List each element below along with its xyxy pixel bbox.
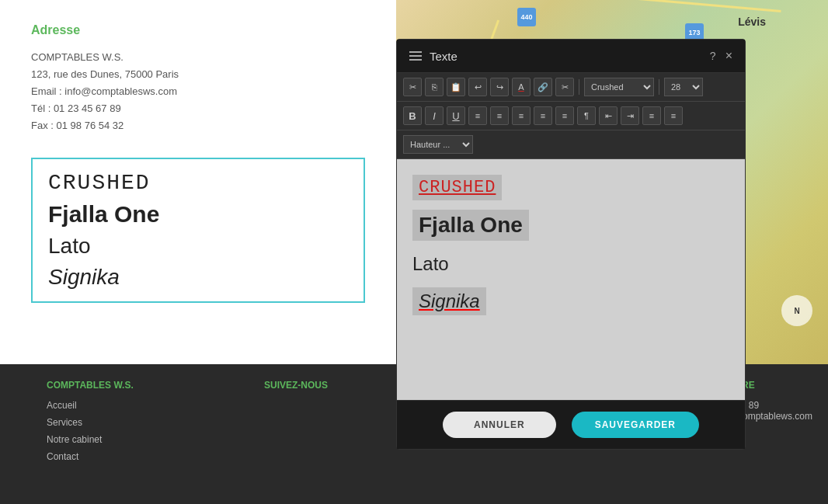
dialog-footer: ANNULER SAUVEGARDER (397, 400, 745, 449)
footer-link-services[interactable]: Services (47, 417, 134, 428)
underline-button[interactable]: U (447, 106, 465, 125)
justify-button[interactable]: ≡ (555, 106, 574, 125)
font-preview-signika: Signika (48, 265, 348, 290)
dialog-header: Texte ? × (397, 40, 745, 73)
font-color-button[interactable]: A (512, 78, 531, 96)
font-family-select[interactable]: Crushed Fjalla One Lato Signika (584, 78, 654, 96)
text-dialog: Texte ? × ✂ ⎘ 📋 ↩ ↪ A 🔗 ✂ Crushed Fjalla… (396, 39, 746, 450)
address-line-3: Email : info@comptablesws.com (31, 83, 365, 100)
cancel-button[interactable]: ANNULER (443, 412, 556, 438)
list-unordered-button[interactable]: ≡ (664, 106, 683, 125)
footer-link-accueil[interactable]: Accueil (47, 400, 134, 411)
toolbar-sep-2 (659, 79, 659, 95)
dialog-help-button[interactable]: ? (710, 50, 716, 62)
toolbar-sep-1 (579, 79, 579, 95)
align-indent-button[interactable]: ≡ (468, 106, 487, 125)
footer-col-2: SUIVEZ-NOUS (264, 380, 328, 400)
undo-button[interactable]: ↩ (468, 78, 487, 96)
address-section: Adresse COMPTABLES W.S. 123, rue des Dun… (0, 0, 396, 150)
font-preview-lato: Lato (48, 234, 348, 259)
address-title: Adresse (31, 23, 365, 37)
content-signika-text: Signika (412, 287, 486, 315)
italic-button[interactable]: I (425, 106, 444, 125)
dialog-title: Texte (430, 50, 457, 63)
font-preview-fjalla: Fjalla One (48, 201, 348, 228)
hamburger-line-1 (409, 51, 422, 53)
address-line-5: Fax : 01 98 76 54 32 (31, 117, 365, 134)
toolbar-row-3: Hauteur ... Auto Fixed (397, 130, 745, 159)
hamburger-line-3 (409, 59, 422, 61)
save-button[interactable]: SAUVEGARDER (572, 412, 699, 438)
align-center-button[interactable]: ≡ (512, 106, 531, 125)
content-lato-text: Lato (412, 250, 449, 278)
address-line-2: 123, rue des Dunes, 75000 Paris (31, 66, 365, 83)
paste-button[interactable]: 📋 (447, 78, 465, 96)
address-line-1: COMPTABLES W.S. (31, 49, 365, 66)
bold-button[interactable]: B (403, 106, 422, 125)
footer-link-cabinet[interactable]: Notre cabinet (47, 434, 134, 445)
link-button[interactable]: 🔗 (534, 78, 552, 96)
dialog-header-right: ? × (710, 49, 732, 63)
toolbar-row-2: B I U ≡ ≡ ≡ ≡ ≡ ¶ ⇤ ⇥ ≡ ≡ (397, 102, 745, 130)
font-size-select[interactable]: 28 12 14 16 18 24 36 (664, 78, 703, 96)
cut-button[interactable]: ✂ (403, 78, 422, 96)
footer-col-1: COMPTABLES W.S. Accueil Services Notre c… (47, 380, 134, 468)
align-left-button[interactable]: ≡ (490, 106, 509, 125)
dialog-header-left: Texte (409, 50, 457, 63)
highway-badge-1: 440 (517, 8, 536, 26)
toolbar-row-1: ✂ ⎘ 📋 ↩ ↪ A 🔗 ✂ Crushed Fjalla One Lato … (397, 73, 745, 102)
hamburger-icon[interactable] (409, 51, 422, 61)
dialog-content[interactable]: CrUSHeD Fjalla One Lato Signika (397, 159, 745, 400)
city-label: Lévis (738, 16, 766, 28)
copy-button[interactable]: ⎘ (425, 78, 444, 96)
left-content-area: Adresse COMPTABLES W.S. 123, rue des Dun… (0, 0, 396, 365)
paragraph-button[interactable]: ¶ (577, 106, 596, 125)
compass: N (781, 295, 812, 326)
indent-more-button[interactable]: ⇥ (621, 106, 639, 125)
font-preview-crushed: CrUSHeD (48, 171, 348, 195)
font-preview-box: CrUSHeD Fjalla One Lato Signika (31, 158, 365, 303)
hamburger-line-2 (409, 55, 422, 57)
footer-col1-title: COMPTABLES W.S. (47, 380, 134, 391)
indent-less-button[interactable]: ⇤ (599, 106, 618, 125)
list-ordered-button[interactable]: ≡ (642, 106, 661, 125)
content-fjalla-text: Fjalla One (412, 210, 529, 241)
unlink-button[interactable]: ✂ (555, 78, 574, 96)
redo-button[interactable]: ↪ (490, 78, 509, 96)
height-select[interactable]: Hauteur ... Auto Fixed (403, 135, 473, 154)
content-crushed-text: CrUSHeD (412, 175, 502, 200)
address-line-4: Tél : 01 23 45 67 89 (31, 100, 365, 117)
align-right-button[interactable]: ≡ (534, 106, 552, 125)
footer-col2-title: SUIVEZ-NOUS (264, 380, 328, 391)
footer-link-contact[interactable]: Contact (47, 451, 134, 462)
dialog-close-button[interactable]: × (725, 49, 732, 63)
